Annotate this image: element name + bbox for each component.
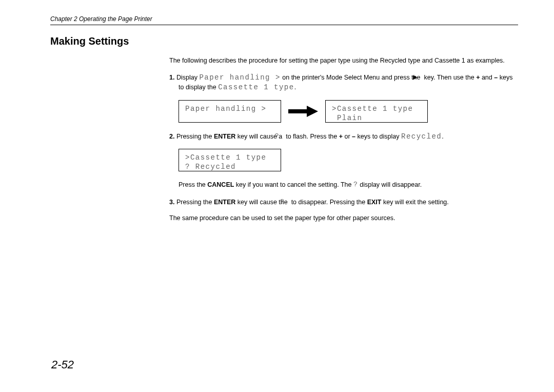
text: Display [174, 74, 199, 81]
lcd-display-box: >Cassette 1 type ? Recycled [179, 149, 281, 171]
svg-marker-1 [307, 106, 318, 117]
lcd-line: Paper handling > [185, 105, 274, 113]
lcd-line: >Cassette 1 type [185, 153, 274, 162]
page-number: 2-52 [51, 358, 74, 371]
arrow-right-icon [288, 106, 318, 117]
text: key if you want to cancel the setting. T… [234, 181, 353, 188]
text: keys to display [355, 133, 401, 140]
text: or [343, 133, 352, 140]
text: key. Then use the [422, 74, 476, 81]
closing-paragraph: The same procedure can be used to set th… [169, 214, 518, 223]
lcd-inline: Recycled [401, 132, 442, 141]
text: Press the [179, 181, 207, 188]
display-row-2: >Cassette 1 type ? Recycled [179, 149, 518, 171]
text: and [480, 74, 494, 81]
document-page: Chapter 2 Operating the Page Printer Mak… [0, 0, 554, 392]
lcd-line: >Cassette 1 type [332, 105, 421, 113]
chapter-header: Chapter 2 Operating the Page Printer [36, 15, 518, 23]
step-number: 2. [169, 133, 174, 140]
question-mark-icon: ? [353, 180, 358, 189]
body-content: The following describes the procedure fo… [169, 56, 518, 223]
lcd-display-box: >Cassette 1 type Plain [325, 100, 428, 123]
svg-rect-0 [288, 109, 308, 113]
step-number: 1. [169, 74, 174, 81]
text: . [294, 84, 296, 91]
step-number: 3. [169, 199, 174, 206]
text: to flash. Press the [284, 133, 339, 140]
lcd-inline: Paper handling > [199, 73, 280, 82]
text: Pressing the [174, 199, 213, 206]
lcd-display-box: Paper handling > [179, 100, 281, 123]
step-3: 3. Pressing the ENTER key will cause the… [169, 198, 518, 207]
header-rule [50, 25, 518, 25]
plus-key: + [339, 133, 343, 140]
display-row-1: Paper handling > >Cassette 1 type Plain [179, 100, 518, 123]
text: key will exit the setting. [381, 199, 448, 206]
enter-key: ENTER [214, 199, 235, 206]
enter-key: ENTER [214, 133, 235, 140]
intro-paragraph: The following describes the procedure fo… [169, 56, 518, 66]
text: . [442, 133, 443, 140]
step-1: 1. Display Paper handling > on the print… [169, 73, 518, 93]
exit-key: EXIT [367, 199, 382, 206]
lcd-inline: Cassette 1 type [218, 83, 294, 91]
text: on the printer's Mode Select Menu and pr… [281, 74, 422, 81]
text: display will disappear. [358, 181, 422, 188]
cancel-key: CANCEL [207, 181, 234, 188]
section-title: Making Settings [50, 35, 518, 47]
step-2: 2. Pressing the ENTER key will cause a ?… [169, 132, 518, 142]
lcd-line: Plain [332, 114, 421, 122]
text: Pressing the [174, 133, 213, 140]
text: to disappear. Pressing the [289, 199, 367, 206]
lcd-line: ? Recycled [185, 163, 274, 171]
cancel-note: Press the CANCEL key if you want to canc… [179, 181, 518, 190]
